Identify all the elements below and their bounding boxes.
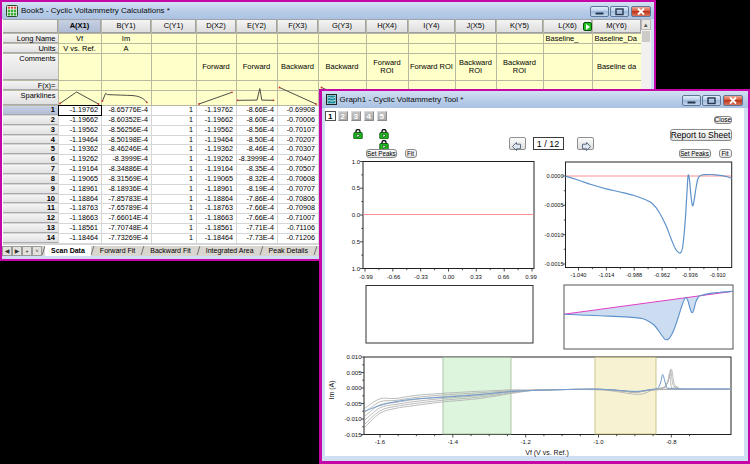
svg-text:0.0000: 0.0000 [546, 173, 563, 179]
svg-text:-0.010: -0.010 [344, 416, 362, 422]
svg-text:-0.988: -0.988 [626, 272, 642, 278]
svg-text:-1.2: -1.2 [521, 439, 532, 445]
svg-text:-0.0010: -0.0010 [545, 232, 564, 238]
svg-text:-0.005: -0.005 [344, 401, 362, 407]
svg-text:-0.910: -0.910 [710, 272, 726, 278]
svg-text:-0.962: -0.962 [654, 272, 670, 278]
svg-text:-1.0: -1.0 [593, 439, 604, 445]
svg-text:-0.33: -0.33 [414, 274, 428, 280]
svg-text:0.00: 0.00 [443, 274, 455, 280]
svg-text:-1.6: -1.6 [375, 439, 386, 445]
svg-text:0.99: 0.99 [525, 274, 537, 280]
svg-text:1.0: 1.0 [352, 159, 361, 165]
svg-text:-1.014: -1.014 [598, 272, 614, 278]
svg-text:0.66: 0.66 [498, 274, 510, 280]
svg-text:0.010: 0.010 [346, 354, 362, 360]
svg-text:Im (A): Im (A) [328, 380, 336, 399]
svg-text:0.33: 0.33 [470, 274, 482, 280]
svg-text:-0.936: -0.936 [682, 272, 698, 278]
svg-text:-0.99: -0.99 [359, 274, 373, 280]
svg-text:0.000: 0.000 [346, 385, 362, 391]
svg-text:-1.040: -1.040 [571, 272, 587, 278]
svg-text:1.0: 1.0 [352, 266, 361, 272]
svg-text:-0.0005: -0.0005 [545, 202, 564, 208]
svg-text:-1.4: -1.4 [448, 439, 459, 445]
svg-text:-0.8: -0.8 [666, 439, 677, 445]
svg-text:-0.66: -0.66 [387, 274, 401, 280]
svg-text:0.5: 0.5 [352, 239, 361, 245]
svg-text:Vf (V vs. Ref.): Vf (V vs. Ref.) [525, 449, 569, 457]
svg-text:-0.015: -0.015 [344, 432, 362, 438]
svg-text:0.0: 0.0 [352, 212, 361, 218]
svg-text:0.005: 0.005 [346, 370, 362, 376]
svg-text:-0.0015: -0.0015 [545, 261, 564, 267]
svg-text:0.5: 0.5 [352, 185, 361, 191]
